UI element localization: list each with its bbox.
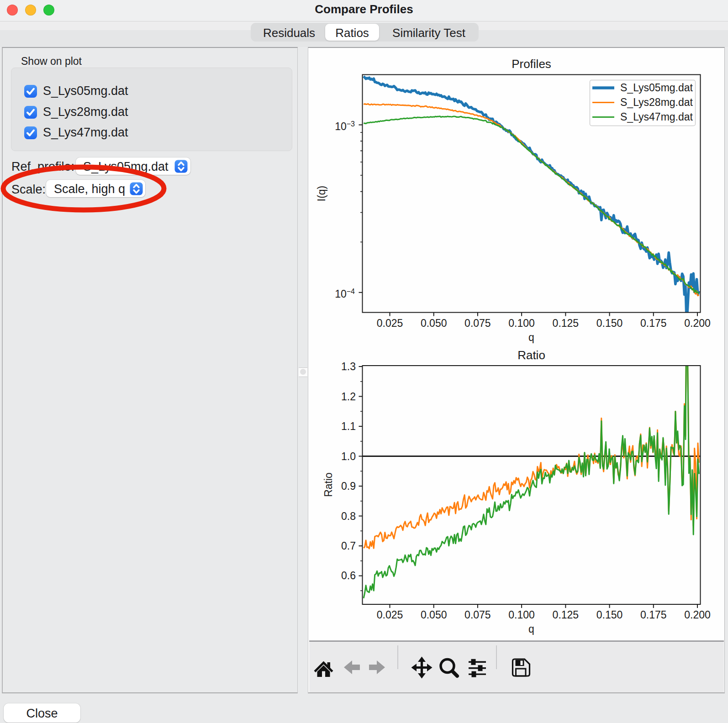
svg-text:0.025: 0.025 (377, 317, 403, 329)
svg-text:Ratio: Ratio (322, 472, 334, 497)
svg-text:1.1: 1.1 (341, 420, 356, 432)
svg-text:0.200: 0.200 (684, 317, 711, 329)
svg-text:0.175: 0.175 (640, 317, 667, 329)
svg-text:0.050: 0.050 (421, 317, 447, 329)
svg-text:Profiles: Profiles (512, 57, 551, 71)
svg-text:0.025: 0.025 (377, 609, 403, 621)
svg-text:0.150: 0.150 (596, 609, 623, 621)
svg-text:0.125: 0.125 (553, 317, 579, 329)
svg-text:0.8: 0.8 (341, 510, 356, 522)
svg-text:0.150: 0.150 (596, 317, 623, 329)
svg-text:0.050: 0.050 (421, 609, 447, 621)
svg-text:q: q (528, 623, 534, 635)
svg-text:Ratio: Ratio (517, 348, 545, 362)
svg-text:1.0: 1.0 (341, 451, 356, 462)
svg-text:S_Lys05mg.dat: S_Lys05mg.dat (620, 82, 693, 94)
svg-text:I(q): I(q) (316, 186, 327, 202)
svg-text:0.125: 0.125 (553, 609, 579, 621)
svg-text:S_Lys47mg.dat: S_Lys47mg.dat (620, 111, 693, 123)
svg-text:0.200: 0.200 (684, 609, 711, 621)
svg-text:q: q (528, 331, 534, 343)
svg-text:1.2: 1.2 (341, 391, 356, 403)
svg-text:0.100: 0.100 (508, 609, 535, 621)
svg-text:0.075: 0.075 (464, 317, 491, 329)
svg-text:0.075: 0.075 (464, 609, 491, 621)
svg-text:0.7: 0.7 (341, 540, 356, 552)
svg-text:1.3: 1.3 (341, 361, 356, 372)
svg-text:0.6: 0.6 (341, 570, 356, 582)
svg-text:0.100: 0.100 (508, 317, 535, 329)
svg-text:S_Lys28mg.dat: S_Lys28mg.dat (620, 96, 693, 108)
svg-text:0.175: 0.175 (640, 609, 667, 621)
svg-text:0.9: 0.9 (341, 480, 356, 492)
